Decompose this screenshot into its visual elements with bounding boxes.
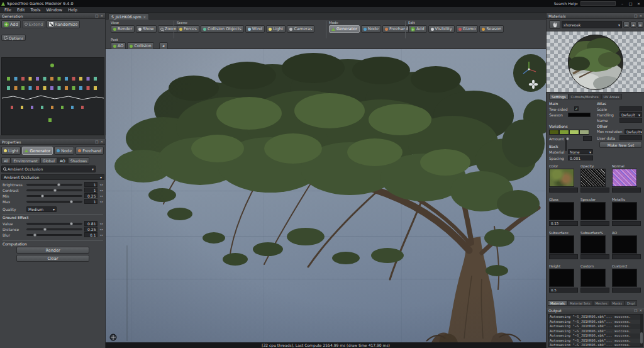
pan-tool-button[interactable]	[549, 20, 560, 29]
subsurface-pct-value[interactable]	[580, 254, 609, 259]
float-panel-icon[interactable]	[95, 140, 98, 143]
min-slider[interactable]	[26, 195, 82, 197]
texture-slot-opacity[interactable]: Opacity	[580, 164, 609, 193]
material-select-dropdown[interactable]: shoreoak	[562, 21, 622, 28]
ge-blur-value[interactable]: 0.1	[84, 232, 97, 237]
contrast-stepper[interactable]	[99, 189, 104, 192]
bottom-tab-meshes[interactable]: Meshes	[593, 300, 610, 306]
scrollbar-thumb[interactable]	[640, 332, 643, 344]
randomize-button[interactable]: Randomize	[47, 20, 80, 28]
back-material-dropdown[interactable]: None	[568, 149, 593, 154]
texture-slot-custom[interactable]: Custom	[580, 264, 609, 293]
variation-swatch[interactable]	[549, 130, 559, 135]
color-thumbnail[interactable]	[549, 169, 574, 187]
edit-add-button[interactable]: Add	[408, 25, 427, 33]
max-value[interactable]: 1	[84, 199, 97, 204]
season-button[interactable]: Season	[479, 25, 504, 33]
subsurface-thumbnail[interactable]	[549, 235, 574, 254]
close-panel-icon[interactable]	[639, 308, 642, 312]
tab-freehand[interactable]: Freehand	[75, 147, 104, 155]
filter-tab-ao[interactable]: AO	[57, 157, 68, 164]
ge-distance-value[interactable]: 0.25	[84, 227, 97, 232]
float-panel-icon[interactable]	[634, 14, 637, 18]
metallic-value[interactable]	[612, 221, 641, 226]
generation-node-graph[interactable]	[1, 57, 104, 135]
handling-dropdown[interactable]: Default	[619, 112, 642, 117]
close-tab-icon[interactable]	[143, 15, 147, 19]
cameras-button[interactable]: Cameras	[287, 25, 314, 33]
height-value[interactable]: 0.5	[549, 288, 578, 293]
output-log[interactable]: Autosaving "~S_JU1HK06.sbk"... success. …	[548, 314, 643, 347]
spacing-input[interactable]: 0.001	[568, 155, 593, 160]
property-search-dropdown[interactable]: Ambient Occlusion	[1, 166, 96, 172]
texture-slot-metallic[interactable]: Metallic	[612, 198, 641, 226]
height-thumbnail[interactable]	[549, 269, 574, 287]
normal-value[interactable]	[612, 188, 641, 193]
quality-dropdown[interactable]: Medium	[26, 206, 57, 212]
minimize-button[interactable]: –	[618, 1, 626, 6]
ge-value-stepper[interactable]	[99, 222, 104, 225]
variation-swatch[interactable]	[569, 130, 579, 135]
menu-help[interactable]: Help	[65, 7, 80, 13]
specular-value[interactable]	[580, 221, 609, 226]
close-panel-icon[interactable]	[100, 14, 103, 18]
maximize-button[interactable]	[626, 1, 635, 6]
show-button[interactable]: Show	[136, 25, 157, 33]
mode-node-button[interactable]: Node	[361, 25, 381, 33]
opacity-value[interactable]	[580, 188, 609, 193]
brightness-value[interactable]: 1	[84, 182, 97, 187]
render-button[interactable]: Render	[16, 247, 89, 254]
options-button[interactable]: Options	[1, 35, 26, 41]
collision-objects-button[interactable]: Collision Objects	[201, 25, 244, 33]
ao-value[interactable]	[612, 254, 641, 259]
tab-cutouts-meshes[interactable]: Cutouts/Meshes	[569, 94, 601, 99]
texture-slot-height[interactable]: Height0.5	[549, 264, 578, 293]
metallic-thumbnail[interactable]	[612, 202, 637, 220]
brightness-stepper[interactable]	[99, 183, 104, 186]
bottom-tab-masks[interactable]: Masks	[610, 300, 625, 306]
tab-uv-areas[interactable]: UV Areas	[601, 94, 622, 99]
camera-compass-icon[interactable]	[528, 79, 538, 89]
custom-thumbnail[interactable]	[580, 269, 606, 287]
variation-swatches[interactable]	[549, 130, 589, 135]
normal-thumbnail[interactable]	[612, 169, 637, 187]
texture-slot-gloss[interactable]: Gloss0.15	[549, 198, 578, 226]
texture-slot-normal[interactable]: Normal	[612, 164, 641, 193]
visibility-button[interactable]: Visibility	[428, 25, 455, 33]
texture-slot-subsurface[interactable]: Subsurface	[549, 231, 578, 259]
name-input[interactable]	[619, 118, 642, 123]
filter-tab-shadows[interactable]: Shadows	[68, 157, 90, 164]
ge-value-value[interactable]: 0.81	[84, 221, 97, 226]
brightness-slider[interactable]	[26, 184, 82, 186]
opacity-thumbnail[interactable]	[580, 169, 606, 187]
make-new-set-button[interactable]: Make New Set	[599, 142, 642, 148]
custom2-value[interactable]	[612, 288, 641, 293]
ge-blur-slider[interactable]	[26, 234, 82, 236]
custom2-thumbnail[interactable]	[612, 269, 637, 287]
help-search-input[interactable]	[580, 1, 616, 6]
min-stepper[interactable]	[99, 194, 104, 198]
gloss-value[interactable]: 0.15	[549, 221, 578, 226]
ge-value-slider[interactable]	[26, 223, 82, 225]
float-panel-icon[interactable]	[95, 14, 98, 18]
ao-thumbnail[interactable]	[612, 235, 637, 254]
bottom-tab-materials[interactable]: Materials	[548, 300, 567, 306]
texture-slot-custom2[interactable]: Custom2	[612, 264, 641, 293]
user-data-input[interactable]	[619, 135, 642, 140]
subsurface-value[interactable]	[549, 254, 578, 259]
menu-edit[interactable]: Edit	[14, 7, 28, 13]
material-preview-area[interactable]	[547, 31, 644, 93]
light-button[interactable]: Light	[266, 25, 286, 33]
texture-slot-color[interactable]: Color	[549, 164, 578, 193]
mode-generator-button[interactable]: Generator	[329, 25, 360, 33]
remove-material-button[interactable]	[623, 21, 630, 28]
amount-slider[interactable]	[565, 138, 567, 151]
origin-icon[interactable]	[109, 334, 117, 341]
tab-node[interactable]: Node	[54, 147, 74, 155]
tab-light[interactable]: Light	[1, 147, 21, 155]
float-panel-icon[interactable]	[634, 308, 637, 312]
tab-generator[interactable]: Generator	[22, 147, 53, 155]
texture-slot-subsurface-pct[interactable]: Subsurface%	[580, 231, 609, 259]
tab-settings[interactable]: Settings	[549, 94, 569, 99]
scale-input[interactable]	[619, 106, 642, 111]
